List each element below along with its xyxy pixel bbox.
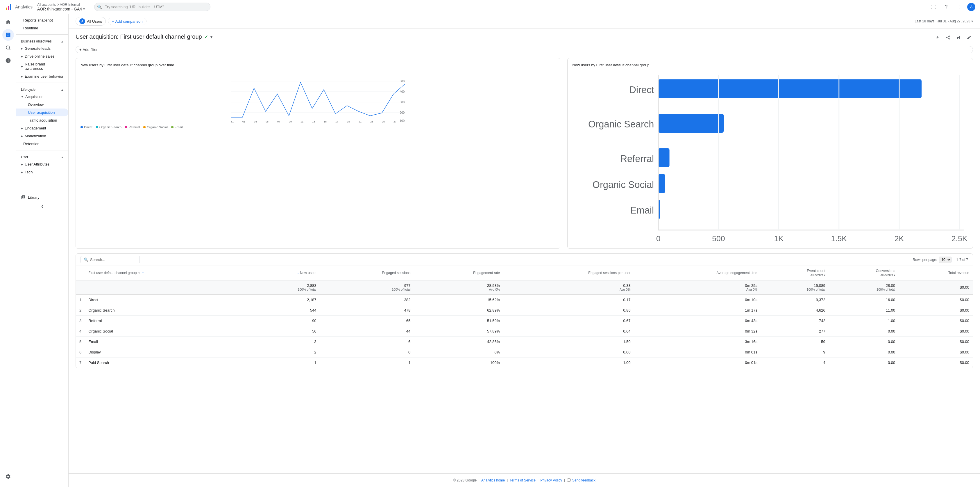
nav-item-library[interactable]: Library xyxy=(16,193,68,202)
nav-sidebar: Reports snapshot Realtime Business objec… xyxy=(16,14,68,487)
svg-text:Organic Search: Organic Search xyxy=(588,119,654,129)
nav-item-acquisition[interactable]: ▼ Acquisition xyxy=(16,93,68,101)
nav-item-user-acquisition[interactable]: User acquisition xyxy=(16,109,68,117)
svg-text:31: 31 xyxy=(231,120,234,123)
nav-item-overview[interactable]: Overview xyxy=(16,101,68,109)
share-icon[interactable] xyxy=(944,34,952,42)
nav-item-engagement[interactable]: ▶ Engagement xyxy=(16,124,68,132)
add-comparison-button[interactable]: + Add comparison xyxy=(108,18,146,25)
property-selector[interactable]: All accounts > AOR Internal AOR thinkaor… xyxy=(37,3,85,11)
search-input[interactable] xyxy=(94,3,210,11)
library-icon xyxy=(21,195,25,200)
topbar: Analytics All accounts > AOR Internal AO… xyxy=(0,0,980,14)
nav-item-drive-online-sales[interactable]: ▶ Drive online sales xyxy=(16,53,68,60)
legend-organic-search[interactable]: Organic Search xyxy=(96,125,121,129)
nav-item-monetization[interactable]: ▶ Monetization xyxy=(16,132,68,140)
svg-text:09: 09 xyxy=(289,120,292,123)
col-engaged-per-user[interactable]: Engaged sessions per user xyxy=(503,266,634,280)
property-dropdown-icon[interactable]: ▾ xyxy=(83,7,85,11)
plus-icon: + xyxy=(112,19,114,24)
sidebar-item-home[interactable] xyxy=(2,16,14,28)
table-search-input[interactable] xyxy=(90,257,137,262)
svg-text:01: 01 xyxy=(242,120,245,123)
legend-referral[interactable]: Referral xyxy=(125,125,140,129)
all-users-chip[interactable]: A All Users xyxy=(76,17,106,26)
col-engaged-sessions[interactable]: Engaged sessions xyxy=(320,266,414,280)
sidebar-item-reports[interactable] xyxy=(2,29,14,41)
legend-organic-social[interactable]: Organic Social xyxy=(143,125,168,129)
col-new-users[interactable]: ↓ New users xyxy=(251,266,320,280)
help-icon[interactable]: ? xyxy=(942,2,951,12)
col-dropdown-icon[interactable]: ▾ xyxy=(138,271,140,275)
rows-per-page-select[interactable]: 10 25 50 xyxy=(939,257,951,263)
svg-text:13: 13 xyxy=(312,120,315,123)
legend-direct[interactable]: Direct xyxy=(81,125,92,129)
bar-chart-svg: Direct Organic Search Referral Organic S… xyxy=(572,71,968,243)
nav-item-raise-brand-awareness[interactable]: ▶ Raise brand awareness xyxy=(16,60,68,72)
nav-section-user[interactable]: User ▲ xyxy=(16,153,68,160)
sidebar-item-advertising[interactable] xyxy=(2,55,14,66)
edit-icon[interactable] xyxy=(965,34,973,42)
svg-text:Organic Social: Organic Social xyxy=(593,179,654,190)
svg-text:25: 25 xyxy=(382,120,385,123)
logo[interactable]: Analytics xyxy=(5,3,33,11)
legend-email[interactable]: Email xyxy=(171,125,183,129)
nav-item-user-attributes[interactable]: ▶ User Attributes xyxy=(16,160,68,168)
col-channel[interactable]: First user defa... channel group ▾ + xyxy=(85,266,251,280)
svg-text:Direct: Direct xyxy=(629,85,654,95)
more-vert-icon[interactable]: ⋮ xyxy=(955,2,964,12)
user-avatar[interactable]: A xyxy=(967,3,975,11)
triangle-icon: ▶ xyxy=(21,55,23,58)
bar-chart-card: New users by First user default channel … xyxy=(567,58,973,249)
save-icon[interactable] xyxy=(955,34,963,42)
col-conversions[interactable]: Conversions All events ▾ xyxy=(829,266,899,280)
event-count-filter[interactable]: All events ▾ xyxy=(811,273,826,277)
nav-collapse-btn[interactable]: ❮ xyxy=(16,202,68,211)
bar-referral[interactable] xyxy=(658,148,669,167)
send-feedback-link[interactable]: Send feedback xyxy=(572,478,595,482)
col-avg-engagement[interactable]: Average engagement time xyxy=(634,266,760,280)
verified-icon: ✓ xyxy=(204,34,208,40)
nav-item-realtime[interactable]: Realtime xyxy=(16,24,68,32)
content-body: User acquisition: First user default cha… xyxy=(68,29,980,473)
conversions-filter[interactable]: All events ▾ xyxy=(880,273,895,277)
nav-section-business-objectives[interactable]: Business objectives ▲ xyxy=(16,37,68,45)
privacy-link[interactable]: Privacy Policy xyxy=(540,478,562,482)
legend-dot-direct xyxy=(81,126,83,128)
terms-link[interactable]: Terms of Service xyxy=(509,478,535,482)
add-filter-button[interactable]: + Add filter xyxy=(76,46,973,53)
table-row: 6 Display 2 0 0% 0.00 0m 01s 9 0.00 $0.0… xyxy=(76,347,973,358)
nav-divider-2 xyxy=(16,83,68,83)
chart-legend: Direct Organic Search Referral Orga xyxy=(81,125,555,129)
nav-item-generate-leads[interactable]: ▶ Generate leads xyxy=(16,45,68,53)
col-total-revenue[interactable]: Total revenue xyxy=(899,266,973,280)
date-range: Last 28 days Jul 31 - Aug 27, 2023 ▾ xyxy=(915,19,973,23)
svg-text:05: 05 xyxy=(266,120,269,123)
bar-chart-title: New users by First user default channel … xyxy=(572,63,968,67)
analytics-home-link[interactable]: Analytics home xyxy=(481,478,505,482)
nav-item-tech[interactable]: ▶ Tech xyxy=(16,168,68,176)
nav-section-lifecycle[interactable]: Life cycle ▲ xyxy=(16,85,68,93)
page-title-row: User acquisition: First user default cha… xyxy=(76,34,212,40)
content-comparison-header: A All Users + Add comparison Last 28 day… xyxy=(68,14,980,29)
date-dropdown-icon[interactable]: ▾ xyxy=(971,19,973,23)
export-icon[interactable] xyxy=(934,34,942,42)
apps-icon[interactable]: ⋮⋮ xyxy=(929,2,938,12)
nav-item-examine-user-behavior[interactable]: ▶ Examine user behavior xyxy=(16,72,68,80)
bar-direct[interactable] xyxy=(658,80,921,98)
col-event-count[interactable]: Event count All events ▾ xyxy=(761,266,829,280)
totals-row: 2,883 100% of total 977 100% of total 28… xyxy=(76,280,973,294)
nav-divider-1 xyxy=(16,34,68,35)
nav-item-retention[interactable]: Retention xyxy=(16,140,68,148)
table-row: 1 Direct 2,187 382 15.62% 0.17 0m 10s 9,… xyxy=(76,294,973,305)
bar-organic-search[interactable] xyxy=(658,114,724,133)
bar-organic-social[interactable] xyxy=(658,174,665,193)
col-add-icon[interactable]: + xyxy=(142,271,144,275)
title-dropdown-icon[interactable]: ▾ xyxy=(210,35,212,39)
nav-item-traffic-acquisition[interactable]: Traffic acquisition xyxy=(16,117,68,124)
sidebar-item-explore[interactable] xyxy=(2,42,14,54)
nav-item-reports-snapshot[interactable]: Reports snapshot xyxy=(16,16,68,24)
settings-icon[interactable] xyxy=(2,471,14,482)
col-engagement-rate[interactable]: Engagement rate xyxy=(414,266,503,280)
line-chart-svg: 500 400 300 200 100 31 01 03 05 xyxy=(81,71,555,123)
